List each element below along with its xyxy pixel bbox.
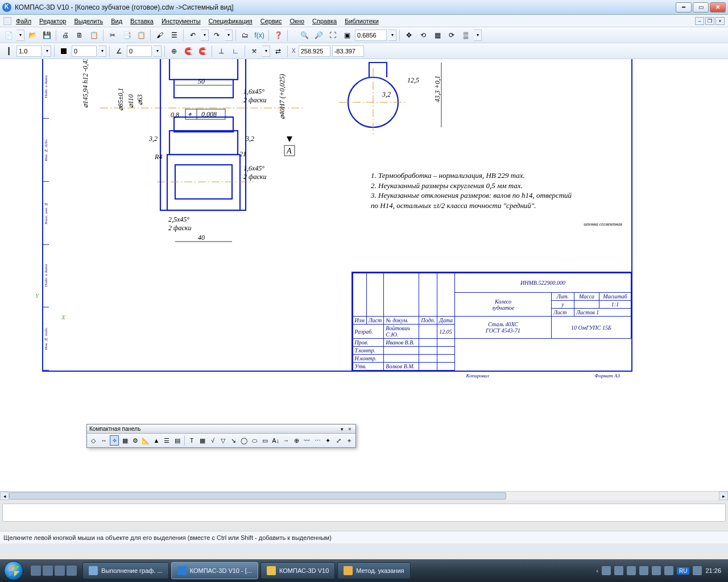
- menu-libs[interactable]: Библиотеки: [341, 16, 382, 26]
- tray-icon[interactable]: [693, 566, 702, 575]
- close-button[interactable]: ✕: [710, 2, 726, 13]
- save-button[interactable]: 💾: [40, 29, 53, 41]
- start-button[interactable]: [2, 559, 25, 582]
- param-button[interactable]: ⇄: [272, 45, 284, 57]
- layer-color-icon[interactable]: [57, 45, 70, 57]
- menu-spec[interactable]: Спецификация: [205, 16, 256, 26]
- menu-tools[interactable]: Инструменты: [158, 16, 204, 26]
- scroll-right-icon[interactable]: ▸: [719, 492, 728, 500]
- axis-button[interactable]: ⋯: [313, 435, 322, 446]
- menu-select[interactable]: Выделить: [71, 16, 106, 26]
- params-button[interactable]: ⚙: [131, 435, 140, 446]
- style-button[interactable]: 🖌: [154, 29, 166, 41]
- roughness-button[interactable]: √: [208, 435, 217, 446]
- base-button[interactable]: ▽: [218, 435, 228, 446]
- zoom-value-input[interactable]: [355, 30, 387, 41]
- manager-button[interactable]: 🗂: [239, 29, 251, 41]
- copy-button[interactable]: 📑: [121, 29, 133, 41]
- panel-dropdown-icon[interactable]: ▾: [338, 426, 345, 433]
- open-button[interactable]: 📂: [26, 29, 39, 41]
- tray-expand-icon[interactable]: ‹: [596, 567, 598, 574]
- grid-dropdown[interactable]: ▾: [474, 30, 482, 41]
- linestyle-icon[interactable]: ┃: [2, 45, 15, 57]
- command-input-bar[interactable]: [2, 504, 726, 522]
- scroll-left-icon[interactable]: ◂: [0, 492, 9, 500]
- menu-edit[interactable]: Редактор: [36, 16, 69, 26]
- ortho-button[interactable]: ⊥: [215, 45, 228, 57]
- mdi-restore-icon[interactable]: ❐: [705, 17, 714, 25]
- tray-icon[interactable]: [614, 566, 623, 575]
- pan-button[interactable]: ✥: [403, 29, 415, 41]
- ql-icon[interactable]: [55, 566, 65, 576]
- position-button[interactable]: ⬭: [250, 435, 259, 446]
- brand-button[interactable]: ◯: [239, 435, 249, 446]
- maximize-button[interactable]: ▭: [693, 2, 709, 13]
- autoaxis-button[interactable]: ✦: [324, 435, 333, 446]
- panel-close-icon[interactable]: ×: [346, 426, 353, 433]
- compact-panel[interactable]: Компактная панель ▾× ◇ ↔ ✧ ▦ ⚙ 📐 ▲ ☰ ▤ T…: [86, 424, 356, 448]
- angle-icon[interactable]: ∠: [113, 45, 125, 57]
- measure-button[interactable]: 📐: [141, 435, 150, 446]
- menu-window[interactable]: Окно: [286, 16, 308, 26]
- language-indicator[interactable]: RU: [677, 567, 689, 575]
- taskbar-item[interactable]: КОМПАС-3D V10: [260, 562, 335, 579]
- round-button[interactable]: ∟: [229, 45, 242, 57]
- layer-input[interactable]: [72, 45, 97, 57]
- angle-input[interactable]: [127, 45, 152, 57]
- layer-dropdown[interactable]: ▾: [98, 45, 106, 57]
- select-button[interactable]: ▲: [152, 435, 161, 446]
- grid-button[interactable]: ▒: [460, 29, 472, 41]
- magnet-on-icon[interactable]: 🧲: [182, 45, 195, 57]
- redo-button[interactable]: ↷: [210, 29, 223, 41]
- new-dropdown[interactable]: ▾: [16, 30, 24, 41]
- linestyle-dropdown[interactable]: ▾: [43, 45, 51, 57]
- menu-view[interactable]: Вид: [107, 16, 126, 26]
- coord-y-input[interactable]: [332, 45, 364, 57]
- tray-icon[interactable]: [602, 566, 611, 575]
- clock[interactable]: 21:26: [705, 567, 721, 574]
- ql-icon[interactable]: [67, 566, 77, 576]
- linestyle-input[interactable]: [16, 45, 42, 57]
- tray-icon[interactable]: [664, 566, 673, 575]
- tray-icon[interactable]: [639, 566, 648, 575]
- zoom-dropdown[interactable]: ▾: [388, 30, 396, 41]
- horizontal-scrollbar[interactable]: ◂ ▸: [0, 491, 728, 500]
- help-pointer-button[interactable]: ❓: [272, 29, 284, 41]
- coord-x-input[interactable]: [299, 45, 330, 57]
- menu-service[interactable]: Сервис: [257, 16, 286, 26]
- text-button[interactable]: T: [187, 435, 196, 446]
- scroll-thumb[interactable]: [9, 492, 506, 500]
- center-button[interactable]: ⊕: [292, 435, 301, 446]
- mdi-minimize-icon[interactable]: –: [695, 17, 704, 25]
- refresh-button[interactable]: ⟳: [445, 29, 458, 41]
- arrow-button[interactable]: →: [282, 435, 291, 446]
- ql-icon[interactable]: [43, 566, 53, 576]
- tray-icon[interactable]: [652, 566, 661, 575]
- taskbar-item[interactable]: Выполнение граф. ...: [82, 562, 169, 579]
- datum-button[interactable]: ⌖: [344, 435, 353, 446]
- zoom-fit-button[interactable]: ▣: [341, 29, 353, 41]
- magnet-off-icon[interactable]: 🧲: [196, 45, 209, 57]
- zoom-window-button[interactable]: ⛶: [326, 29, 339, 41]
- table-button[interactable]: ▦: [197, 435, 206, 446]
- spec-button[interactable]: ☰: [162, 435, 171, 446]
- geometry-button[interactable]: ◇: [89, 435, 98, 446]
- paste-button[interactable]: 📋: [135, 29, 147, 41]
- system-menu-icon[interactable]: [3, 17, 11, 25]
- leader-button[interactable]: ↘: [229, 435, 238, 446]
- spec-button[interactable]: 📋: [88, 29, 100, 41]
- minimize-button[interactable]: ━: [676, 2, 692, 13]
- angle-dropdown[interactable]: ▾: [154, 45, 162, 57]
- taskbar-item[interactable]: КОМПАС-3D V10 - [...: [171, 562, 258, 579]
- variables-button[interactable]: f(x): [253, 29, 266, 41]
- tray-icon[interactable]: [627, 566, 636, 575]
- local-cs-button[interactable]: ⤧: [248, 45, 260, 57]
- zoom-in-button[interactable]: 🔍: [298, 29, 311, 41]
- wave-button[interactable]: 〰: [303, 435, 312, 446]
- break-button[interactable]: ⤢: [334, 435, 343, 446]
- designations-button[interactable]: ✧: [110, 435, 119, 446]
- cut-button[interactable]: ✂: [106, 29, 119, 41]
- menu-help[interactable]: Справка: [309, 16, 340, 26]
- tolerance-button[interactable]: ▭: [260, 435, 270, 446]
- preview-button[interactable]: 🗎: [73, 29, 86, 41]
